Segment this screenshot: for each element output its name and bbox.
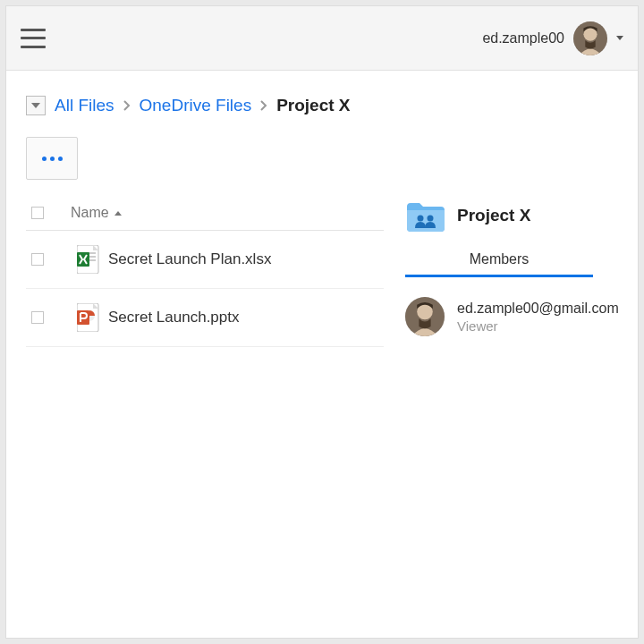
member-email: ed.zample00@gmail.com: [457, 301, 619, 317]
user-menu[interactable]: ed.zample00: [482, 21, 623, 55]
breadcrumb: All Files OneDrive Files Project X: [26, 96, 618, 115]
svg-point-10: [418, 216, 424, 222]
side-tabs: Members: [405, 251, 619, 277]
member-role: Viewer: [457, 318, 619, 334]
breadcrumb-dropdown[interactable]: [26, 96, 46, 115]
breadcrumb-current: Project X: [276, 96, 350, 115]
sort-ascending-icon: [114, 211, 122, 216]
breadcrumb-root[interactable]: All Files: [55, 96, 114, 115]
chevron-right-icon: [260, 100, 267, 111]
user-avatar: [573, 21, 607, 55]
top-bar: ed.zample00: [6, 6, 638, 71]
user-display-name: ed.zample00: [482, 30, 564, 47]
member-avatar: [405, 297, 445, 336]
row-checkbox[interactable]: [31, 253, 44, 266]
app-window: ed.zample00 All Files OneDrive Files Pro…: [5, 5, 639, 639]
member-row: ed.zample00@gmail.com Viewer: [405, 297, 619, 336]
details-panel: Project X Members ed.zample00@gmail.com …: [384, 196, 619, 347]
folder-title: Project X: [457, 206, 530, 225]
content-area: All Files OneDrive Files Project X Name: [6, 71, 638, 638]
file-row[interactable]: Secret Launch Plan.xlsx: [26, 231, 384, 289]
select-all-checkbox[interactable]: [31, 207, 44, 219]
file-row[interactable]: Secret Launch.pptx: [26, 289, 384, 347]
shared-folder-icon: [405, 199, 445, 232]
file-name: Secret Launch Plan.xlsx: [108, 250, 271, 268]
column-header-name[interactable]: Name: [71, 205, 122, 221]
breadcrumb-parent[interactable]: OneDrive Files: [140, 96, 252, 115]
file-name: Secret Launch.pptx: [108, 309, 239, 326]
toolbar: [26, 137, 618, 180]
row-checkbox[interactable]: [31, 311, 44, 324]
chevron-right-icon: [123, 100, 131, 111]
more-actions-button[interactable]: [26, 137, 78, 180]
excel-file-icon: [71, 245, 108, 274]
tab-members[interactable]: Members: [405, 251, 593, 277]
svg-point-11: [428, 216, 434, 222]
file-list-header: Name: [26, 196, 384, 231]
chevron-down-icon: [616, 36, 623, 40]
file-list: Name Secret Launch Plan.xlsx: [26, 196, 384, 347]
powerpoint-file-icon: [71, 303, 108, 332]
hamburger-menu-icon[interactable]: [21, 29, 46, 48]
